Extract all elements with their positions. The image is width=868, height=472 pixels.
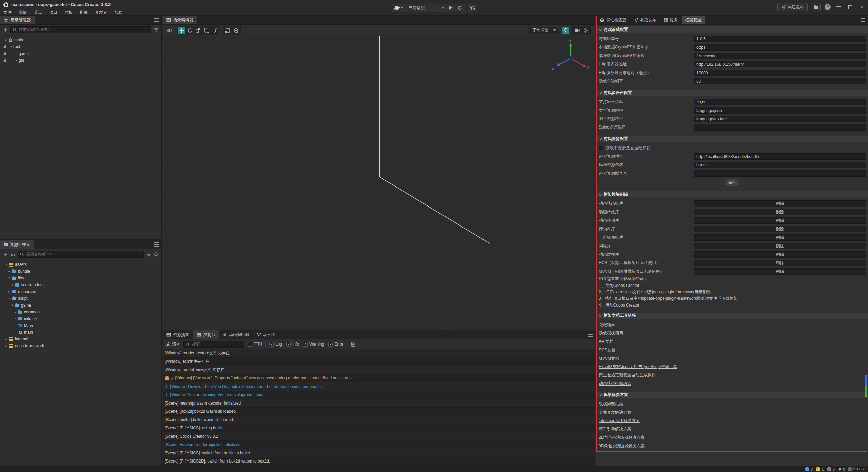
notification-counter[interactable]: 0 bbox=[838, 467, 845, 471]
tree-item[interactable]: ▾script bbox=[0, 295, 161, 302]
rotate-tool-button[interactable] bbox=[186, 27, 194, 34]
strip-module-button[interactable]: 剔除 bbox=[694, 209, 866, 215]
log-row[interactable]: [Scene] meshopt wasm decoder initialized bbox=[163, 399, 595, 408]
save-button[interactable]: 保存 bbox=[725, 179, 739, 186]
minimize-button[interactable] bbox=[835, 4, 842, 11]
log-row[interactable]: [Window] ecs文件夹存在 bbox=[163, 358, 595, 366]
expand-chevron-icon[interactable]: ❯ bbox=[171, 376, 173, 380]
doc-link[interactable]: 教程项目 bbox=[599, 322, 615, 328]
scene-select[interactable]: 当前场景 bbox=[406, 4, 447, 12]
expand-chevron-icon[interactable]: ❯ bbox=[165, 385, 168, 388]
tree-item[interactable]: ▾main bbox=[0, 37, 161, 43]
field-input[interactable]: language/json bbox=[694, 107, 866, 114]
sort-assets-button[interactable] bbox=[10, 252, 16, 257]
tab-animation-graph[interactable]: 动画图 bbox=[253, 330, 279, 339]
strip-module-button[interactable]: 剔除 bbox=[694, 234, 866, 241]
doc-link[interactable]: 游戏模板项目 bbox=[599, 330, 623, 336]
warn-log-counter[interactable]: !1 bbox=[816, 467, 824, 471]
log-row[interactable]: [Scene] [PHYSICS]: switch from builtin t… bbox=[163, 449, 595, 457]
error-log-counter[interactable]: ×0 bbox=[827, 467, 835, 471]
tab-property-inspector[interactable]: 属性检查器 bbox=[596, 16, 630, 24]
menu-item[interactable]: 帮助 bbox=[114, 9, 123, 16]
field-input[interactable]: language/texture bbox=[694, 116, 866, 122]
scrollbar-thumb-blue[interactable] bbox=[865, 375, 867, 386]
tree-item[interactable]: ▸bundle bbox=[0, 268, 161, 275]
section-resource-config[interactable]: 游戏资源配置 bbox=[596, 136, 868, 142]
assets-search-input[interactable]: 搜索名称或 UUID bbox=[18, 251, 144, 258]
expand-chevron-icon[interactable]: ❯ bbox=[165, 393, 168, 396]
light-toggle-button[interactable] bbox=[562, 27, 569, 34]
log-row[interactable]: [Scene] [PHYSICS]: using builtin. bbox=[163, 424, 595, 433]
tree-item[interactable]: ▸resources bbox=[0, 288, 161, 295]
render-mode-select[interactable]: 正常渲染 bbox=[529, 27, 559, 34]
field-input[interactable]: oops bbox=[694, 44, 866, 51]
menu-item[interactable]: 开发者 bbox=[94, 9, 108, 16]
solution-link[interactable]: 3D角色扮演游戏解决方案 bbox=[599, 443, 645, 449]
doc-link[interactable]: 动画状态机编辑器 bbox=[599, 381, 631, 387]
chevron-down-icon[interactable]: ▾ bbox=[9, 45, 13, 48]
solution-link[interactable]: 战棋游戏框架 bbox=[599, 401, 623, 407]
menu-item[interactable]: 编辑 bbox=[18, 9, 27, 16]
remote-load-checkbox[interactable] bbox=[599, 146, 603, 150]
pivot-button[interactable] bbox=[224, 27, 232, 34]
log-row[interactable]: ❯[Window] Download the Vue Devtools exte… bbox=[163, 382, 595, 391]
scrollbar-thumb-green[interactable] bbox=[865, 386, 867, 397]
chevron-right-icon[interactable]: ▸ bbox=[7, 270, 12, 273]
tree-item[interactable]: ▸gui bbox=[0, 57, 161, 64]
tree-item[interactable]: ▾assets bbox=[0, 261, 161, 268]
tab-animation-editor[interactable]: 动画编辑器 bbox=[219, 330, 253, 339]
doc-link[interactable]: 原生包热更新配置自动生成插件 bbox=[599, 372, 656, 378]
field-input[interactable]: 60 bbox=[694, 78, 866, 84]
filter-info-checkbox[interactable]: ✓Info bbox=[286, 342, 299, 347]
field-input[interactable]: bundle bbox=[694, 162, 866, 168]
strip-module-button[interactable]: 剔除 bbox=[694, 268, 866, 275]
tree-item[interactable]: ▾game bbox=[0, 302, 161, 309]
menu-item[interactable]: 节点 bbox=[33, 9, 43, 16]
tab-framework-config[interactable]: 框架配置 bbox=[682, 16, 705, 24]
tab-asset-preview[interactable]: 资源预览 bbox=[163, 330, 193, 339]
section-solutions[interactable]: 框架解决方案 bbox=[596, 392, 868, 398]
solution-link[interactable]: 新手引导解决方案 bbox=[599, 426, 631, 432]
section-doc-links[interactable]: 框架文档工具链接 bbox=[596, 313, 868, 319]
chevron-down-icon[interactable]: ▾ bbox=[7, 276, 12, 280]
add-node-button[interactable] bbox=[3, 27, 8, 33]
field-input[interactable]: zh,en bbox=[694, 99, 866, 105]
hierarchy-menu-icon[interactable] bbox=[154, 18, 159, 22]
tree-item[interactable]: ▸initialize bbox=[0, 315, 161, 322]
tree-item[interactable]: game bbox=[0, 50, 161, 57]
tree-item[interactable]: ▸oops-framework bbox=[0, 342, 161, 349]
filter-warning-checkbox[interactable]: ✓Warning bbox=[303, 342, 324, 347]
log-row[interactable]: !❯[Window] [Vue warn]: Property "onInput… bbox=[163, 374, 595, 383]
chevron-right-icon[interactable]: ▸ bbox=[13, 310, 18, 314]
build-publish-button[interactable]: 构建发布 bbox=[777, 3, 808, 11]
filter-error-checkbox[interactable]: ✓Error bbox=[328, 342, 343, 347]
log-row[interactable]: [Scene] [bullet]:bullet wasm lib loaded. bbox=[163, 416, 595, 424]
field-input[interactable]: http://localhost:8083/assets/bundle bbox=[694, 153, 866, 160]
log-row[interactable]: ❯[Window] You are running Vue in develop… bbox=[163, 391, 595, 399]
solution-link[interactable]: 2D角色扮演游戏解决方案 bbox=[599, 435, 645, 440]
field-input[interactable]: framework bbox=[694, 53, 866, 59]
menu-item[interactable]: 文件 bbox=[3, 9, 12, 16]
log-row[interactable]: [Window] render_texture文件夹存在 bbox=[163, 349, 595, 358]
tree-item[interactable]: TSMain bbox=[0, 322, 161, 329]
camera-icon[interactable] bbox=[573, 27, 581, 34]
restart-button[interactable] bbox=[455, 4, 465, 12]
info-log-counter[interactable]: i3 bbox=[805, 467, 813, 471]
log-row[interactable]: [Scene] Forward render pipeline initiali… bbox=[163, 441, 595, 449]
console-search-input[interactable]: 搜索 bbox=[183, 341, 244, 348]
tree-item[interactable]: ▸internal bbox=[0, 336, 161, 342]
scene-viewport[interactable]: Y X Z bbox=[163, 36, 595, 330]
chevron-down-icon[interactable]: ▾ bbox=[7, 297, 12, 300]
scale-tool-button[interactable] bbox=[194, 27, 202, 34]
chevron-down-icon[interactable]: ▾ bbox=[10, 303, 15, 307]
chevron-right-icon[interactable]: ▸ bbox=[4, 344, 8, 348]
console-menu-icon[interactable] bbox=[588, 333, 593, 337]
field-input[interactable]: 1.0.5 bbox=[694, 36, 866, 42]
tab-assets[interactable]: 资源管理器 bbox=[0, 240, 34, 249]
chevron-right-icon[interactable]: ▸ bbox=[4, 337, 8, 341]
chevron-right-icon[interactable]: ▸ bbox=[7, 290, 12, 293]
rect-tool-button[interactable] bbox=[202, 27, 210, 34]
section-basic-config[interactable]: 游戏基础配置 bbox=[596, 26, 868, 33]
chevron-right-icon[interactable]: ▸ bbox=[14, 59, 19, 62]
doc-link[interactable]: Excel格式转Json文件与TypeScript代码工具 bbox=[599, 364, 677, 370]
